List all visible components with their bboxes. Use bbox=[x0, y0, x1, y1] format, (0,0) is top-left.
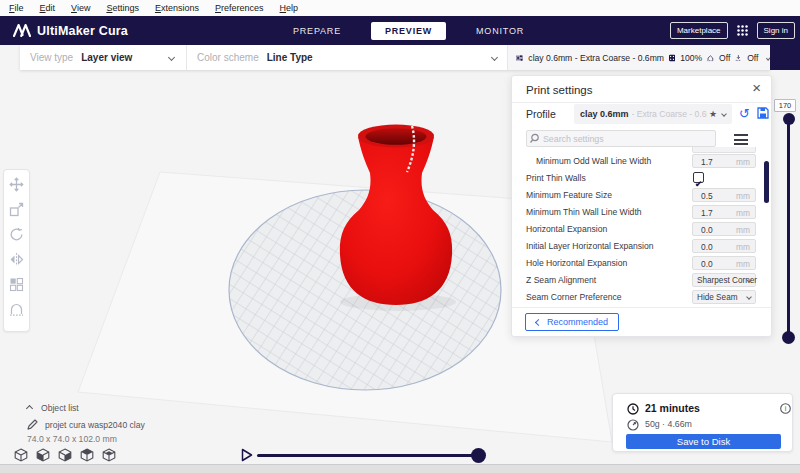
material-usage-icon bbox=[627, 419, 639, 431]
setting-input[interactable]: 0.0mm bbox=[692, 256, 756, 270]
setting-label: Minimum Thin Wall Line Width bbox=[526, 207, 642, 217]
color-scheme-value: Line Type bbox=[267, 52, 313, 63]
edit-pencil-icon bbox=[27, 419, 38, 430]
menu-extensions[interactable]: Extensions bbox=[150, 3, 210, 13]
marketplace-button[interactable]: Marketplace bbox=[670, 22, 728, 39]
star-icon: ★ bbox=[709, 109, 717, 119]
menu-file[interactable]: File bbox=[4, 3, 35, 13]
play-button[interactable] bbox=[241, 448, 253, 462]
object-list-item[interactable]: projet cura wasp2040 clay bbox=[27, 419, 145, 430]
chevron-down-icon bbox=[721, 111, 727, 117]
brand: UltiMaker Cura bbox=[13, 24, 128, 38]
per-model-settings-button[interactable] bbox=[6, 274, 27, 295]
setting-row: Minimum Thin Wall Line Width 1.7mm bbox=[512, 205, 762, 220]
setting-input[interactable]: 0.0mm bbox=[692, 239, 756, 253]
tab-preview[interactable]: PREVIEW bbox=[371, 22, 446, 40]
view-top-icon[interactable] bbox=[102, 448, 116, 462]
view-3d-icon[interactable] bbox=[14, 448, 28, 462]
simulation-slider-track[interactable] bbox=[257, 454, 479, 457]
setting-select[interactable]: Hide Seam bbox=[692, 290, 756, 304]
color-scheme-label: Color scheme bbox=[197, 52, 259, 63]
ultimaker-logo-icon bbox=[13, 24, 31, 37]
mirror-tool-button[interactable] bbox=[6, 249, 27, 270]
setting-label: Print Thin Walls bbox=[526, 173, 586, 183]
stage-tabs: PREPARE PREVIEW MONITOR bbox=[287, 16, 530, 45]
setting-select[interactable]: Sharpest Corner bbox=[692, 273, 756, 287]
setting-row: Print Thin Walls ✔ bbox=[512, 171, 762, 186]
window-bottom-strip bbox=[0, 464, 800, 473]
print-settings-summary[interactable]: clay 0.6mm - Extra Coarse - 0.6mm 100% O… bbox=[508, 45, 770, 70]
layer-slider-top-handle[interactable] bbox=[783, 113, 795, 125]
divider bbox=[512, 307, 771, 308]
setting-label: Hole Horizontal Expansion bbox=[526, 258, 627, 268]
search-input[interactable] bbox=[543, 134, 693, 144]
header-corner-fill bbox=[770, 45, 800, 70]
view-front-icon[interactable] bbox=[36, 448, 50, 462]
print-stats-panel: 21 minutes i 50g · 4.66m Save to Disk bbox=[612, 393, 793, 452]
menu-edit[interactable]: Edit bbox=[35, 3, 67, 13]
layer-slider-track[interactable] bbox=[787, 119, 790, 339]
support-blocker-button[interactable] bbox=[6, 299, 27, 320]
setting-label: Horizontal Expansion bbox=[526, 224, 607, 234]
menu-settings[interactable]: Settings bbox=[101, 3, 150, 13]
close-icon[interactable]: × bbox=[752, 79, 761, 96]
setting-label: Initial Layer Horizontal Expansion bbox=[526, 241, 654, 251]
profile-value: clay 0.6mm bbox=[580, 109, 629, 119]
chevron-down-icon bbox=[168, 54, 175, 61]
object-dimensions: 74.0 x 74.0 x 102.0 mm bbox=[27, 434, 117, 444]
applications-grid-icon[interactable] bbox=[736, 24, 749, 37]
layer-slider-bottom-handle[interactable] bbox=[782, 331, 795, 344]
panel-scrollbar[interactable] bbox=[764, 161, 769, 203]
adhesion-icon bbox=[735, 52, 742, 64]
print-settings-panel: Print settings × Profile clay 0.6mm - Ex… bbox=[511, 75, 772, 337]
simulation-slider-handle[interactable] bbox=[471, 448, 486, 463]
setting-label: Minimum Odd Wall Line Width bbox=[536, 156, 651, 166]
object-list-toggle[interactable]: Object list bbox=[27, 403, 79, 413]
rotate-tool-button[interactable] bbox=[6, 224, 27, 245]
clock-icon bbox=[627, 403, 639, 415]
color-scheme-dropdown[interactable]: Color scheme Line Type bbox=[187, 45, 508, 70]
profile-label: Profile bbox=[526, 108, 556, 120]
view-right-icon[interactable] bbox=[58, 448, 72, 462]
sign-in-button[interactable]: Sign in bbox=[757, 22, 795, 39]
menu-view[interactable]: View bbox=[66, 3, 101, 13]
profile-dropdown[interactable]: clay 0.6mm - Extra Coarse - 0.6mm ★ bbox=[574, 104, 732, 124]
setting-input[interactable]: 0.5mm bbox=[692, 188, 756, 202]
profile-value-detail: - Extra Coarse - 0.6mm bbox=[632, 109, 707, 119]
save-profile-icon[interactable] bbox=[757, 107, 769, 119]
tab-monitor[interactable]: MONITOR bbox=[470, 22, 530, 40]
view-type-value: Layer view bbox=[81, 52, 132, 63]
material-usage: 50g · 4.66m bbox=[645, 419, 692, 429]
chevron-down-icon bbox=[491, 54, 498, 61]
menu-preferences[interactable]: Preferences bbox=[210, 3, 275, 13]
settings-menu-icon[interactable] bbox=[734, 134, 748, 148]
search-icon bbox=[527, 133, 543, 144]
scale-tool-button[interactable] bbox=[6, 199, 27, 220]
tab-prepare[interactable]: PREPARE bbox=[287, 22, 347, 40]
view-type-dropdown[interactable]: View type Layer view bbox=[20, 45, 187, 70]
chevron-left-icon bbox=[535, 318, 542, 325]
save-to-disk-button[interactable]: Save to Disk bbox=[626, 434, 781, 449]
setting-row: Minimum Odd Wall Line Width 1.7mm bbox=[512, 154, 762, 169]
app-header: UltiMaker Cura PREPARE PREVIEW MONITOR M… bbox=[0, 16, 800, 45]
view-left-icon[interactable] bbox=[80, 448, 94, 462]
setting-row: Minimum Feature Size 0.5mm bbox=[512, 188, 762, 203]
recommended-mode-button[interactable]: Recommended bbox=[525, 313, 619, 331]
setting-row: Initial Layer Horizontal Expansion 0.0mm bbox=[512, 239, 762, 254]
setting-input[interactable]: 1.7mm bbox=[692, 205, 756, 219]
setting-input[interactable]: 1.7mm bbox=[692, 154, 756, 168]
setting-label: Minimum Feature Size bbox=[526, 190, 612, 200]
panel-title: Print settings bbox=[526, 84, 592, 96]
layer-number-box[interactable]: 170 bbox=[774, 99, 796, 112]
print-thin-walls-checkbox[interactable]: ✔ bbox=[693, 172, 704, 183]
setting-input[interactable]: 0.0mm bbox=[692, 222, 756, 236]
search-settings-box[interactable] bbox=[526, 130, 716, 147]
move-tool-button[interactable] bbox=[6, 174, 27, 195]
sliders-icon bbox=[516, 52, 523, 64]
svg-text:i: i bbox=[785, 405, 787, 412]
reset-profile-icon[interactable]: ↺ bbox=[739, 106, 750, 121]
setting-row: Seam Corner Preference Hide Seam bbox=[512, 290, 762, 305]
support-icon bbox=[707, 52, 714, 64]
info-icon[interactable]: i bbox=[780, 403, 791, 414]
menu-help[interactable]: Help bbox=[275, 3, 310, 13]
